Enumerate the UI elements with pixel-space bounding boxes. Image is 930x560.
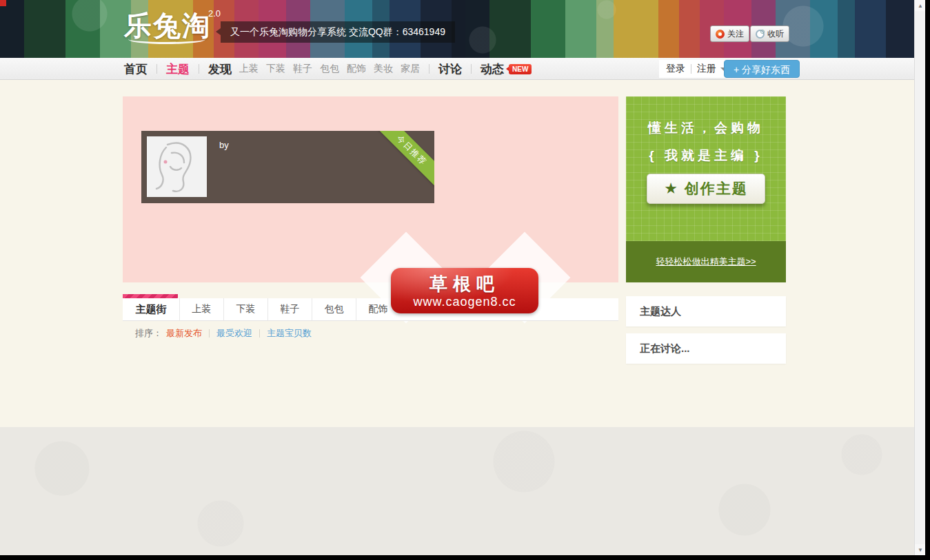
nav-item-shoes[interactable]: 鞋子 [293, 63, 312, 75]
sort-divider [259, 329, 260, 338]
nav-divider [156, 64, 157, 74]
nav-item-tops[interactable]: 上装 [239, 63, 259, 75]
auth-box: 登录 注册 [659, 60, 734, 78]
nav-item-discuss[interactable]: 讨论 [438, 61, 462, 77]
nav-item-discover[interactable]: 发现 [208, 61, 232, 77]
header-banner: 乐兔淘 2.0 又一个乐兔淘购物分享系统 交流QQ群：63461949 关注 收… [0, 0, 930, 58]
discussing-box[interactable]: 正在讨论... [626, 333, 786, 364]
nav-divider [199, 64, 199, 74]
sort-most-popular[interactable]: 最受欢迎 [216, 327, 252, 340]
promo-line2: { 我就是主编 } [626, 147, 786, 165]
nav-item-home[interactable]: 首页 [124, 61, 148, 77]
sina-weibo-icon [716, 30, 725, 39]
sort-item-count[interactable]: 主题宝贝数 [267, 327, 312, 340]
theme-experts-box[interactable]: 主题达人 [626, 296, 786, 326]
editor-promo: 懂生活，会购物 { 我就是主编 } ★ 创作主题 轻轻松松做出精美主题>> [626, 96, 786, 282]
tencent-weibo-listen-button[interactable]: 收听 [750, 25, 789, 42]
nav-item-accessories[interactable]: 配饰 [347, 63, 366, 75]
tab-bags[interactable]: 包包 [312, 298, 356, 320]
logo-version: 2.0 [208, 8, 221, 19]
promo-link[interactable]: 轻轻松松做出精美主题>> [656, 256, 756, 268]
scroll-down-icon[interactable]: ▼ [915, 544, 926, 555]
tencent-weibo-icon [756, 30, 765, 39]
nav-divider [471, 64, 472, 74]
new-badge: NEW [509, 64, 532, 74]
tab-shoes[interactable]: 鞋子 [267, 298, 312, 320]
category-tabbar: 主题街 上装 下装 鞋子 包包 配饰 [123, 298, 618, 321]
screen-right-edge [925, 0, 930, 560]
tab-theme-street[interactable]: 主题街 [123, 298, 179, 320]
sort-bar: 排序： 最新发布 最受欢迎 主题宝贝数 [135, 326, 316, 340]
card-byline: by [219, 140, 229, 150]
nav-item-bottoms[interactable]: 下装 [266, 63, 285, 75]
create-theme-button[interactable]: ★ 创作主题 [647, 174, 765, 204]
avatar [147, 136, 207, 197]
star-icon: ★ [664, 180, 678, 198]
editor-promo-bottom: 轻轻松松做出精美主题>> [626, 241, 786, 282]
auth-divider [691, 64, 691, 74]
caogen-badge-title: 草根吧 [391, 272, 538, 296]
listen-button-label: 收听 [767, 28, 784, 40]
promo-line1: 懂生活，会购物 [626, 119, 786, 137]
caogen-badge[interactable]: 草根吧 www.caogen8.cc [391, 268, 538, 313]
login-link[interactable]: 登录 [666, 63, 685, 75]
nav-menu: 首页 主题 发现 上装 下装 鞋子 包包 配饰 美妆 家居 讨论 动态 NEW [124, 58, 532, 80]
sort-newest[interactable]: 最新发布 [166, 327, 202, 340]
sort-label: 排序： [135, 327, 162, 340]
avatar-illustration [147, 136, 207, 197]
site-tagline: 又一个乐兔淘购物分享系统 交流QQ群：63461949 [221, 21, 455, 43]
caogen-badge-url: www.caogen8.cc [391, 295, 538, 309]
vertical-scrollbar[interactable]: ▲ ▼ [914, 0, 925, 555]
corner-marker [0, 0, 6, 6]
follow-button-label: 关注 [727, 28, 744, 40]
nav-item-home-goods[interactable]: 家居 [401, 63, 420, 75]
today-recommend-ribbon: 今日推荐 [369, 131, 434, 193]
logo-swoosh [128, 34, 205, 44]
featured-theme-card[interactable]: by 今日推荐 [141, 131, 434, 203]
nav-item-topics[interactable]: 主题 [166, 61, 190, 77]
page: 乐兔淘 2.0 又一个乐兔淘购物分享系统 交流QQ群：63461949 关注 收… [0, 0, 930, 560]
editor-promo-top: 懂生活，会购物 { 我就是主编 } ★ 创作主题 [626, 96, 786, 241]
register-link[interactable]: 注册 [697, 63, 716, 75]
nav-item-bags[interactable]: 包包 [320, 63, 339, 75]
nav-item-beauty[interactable]: 美妆 [374, 63, 393, 75]
scroll-up-icon[interactable]: ▲ [915, 0, 926, 11]
nav-item-feed[interactable]: 动态 [481, 61, 504, 77]
tab-bottoms[interactable]: 下装 [223, 298, 267, 320]
sina-weibo-follow-button[interactable]: 关注 [710, 25, 749, 42]
sort-divider [209, 329, 210, 338]
footer: 关于我们 关于我们 联系我们 用户条款 加入我们 关注我们 豆 豆瓣 新浪微博 … [0, 427, 930, 556]
tab-tops[interactable]: 上装 [179, 298, 223, 320]
create-theme-label: 创作主题 [685, 179, 748, 198]
share-button[interactable]: + 分享好东西 [724, 60, 800, 78]
nav-divider [429, 64, 429, 74]
screen-bottom-edge [0, 555, 930, 560]
